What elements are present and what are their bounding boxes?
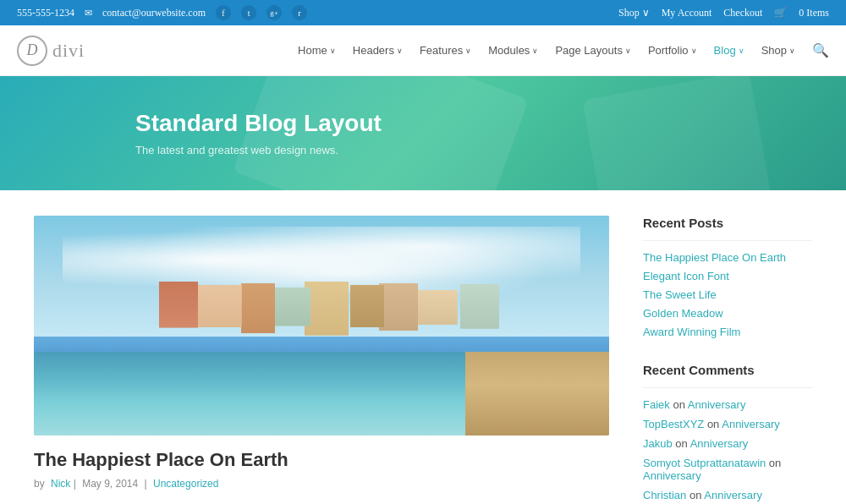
list-item: The Sweet Life [643,288,812,302]
main-container: The Happiest Place On Earth by Nick | Ma… [17,216,829,504]
comment-post-3[interactable]: Anniversary [690,437,749,450]
post-excerpt: Aliquam ut justo adipiscing, commodo lec… [34,500,609,504]
top-bar-left: 555-555-1234 ✉ contact@ourwebsite.com f … [17,5,307,20]
list-item: The Happiest Place On Earth [643,251,812,265]
logo-circle: D [17,36,47,66]
comment-post-5[interactable]: Anniversary [704,489,762,501]
shop-link[interactable]: Shop ∨ [618,7,650,19]
top-bar-right: Shop ∨ My Account Checkout 🛒 0 Items [618,7,829,19]
comment-item-2: TopBestXYZ on Anniversary [643,418,812,430]
facebook-icon[interactable]: f [216,5,231,20]
blog-post: The Happiest Place On Earth by Nick | Ma… [34,216,609,504]
recent-post-link-5[interactable]: Award Winning Film [643,326,740,338]
comment-post-4[interactable]: Anniversary [643,469,701,482]
comment-post-1[interactable]: Anniversary [688,398,746,411]
comment-author-1[interactable]: Faiek [643,398,670,411]
cart-items-link[interactable]: 0 Items [799,7,829,19]
hero-subtitle: The latest and greatest web design news. [135,144,829,156]
hero-title: Standard Blog Layout [135,110,829,137]
twitter-icon[interactable]: t [241,5,256,20]
checkout-link[interactable]: Checkout [723,7,762,19]
cart-icon: 🛒 [774,7,787,19]
recent-posts-section: Recent Posts The Happiest Place On Earth… [643,216,812,339]
comment-item-4: Somyot Sutprattanatawin on Anniversary [643,457,812,482]
recent-post-link-3[interactable]: The Sweet Life [643,288,717,301]
recent-post-link-1[interactable]: The Happiest Place On Earth [643,251,786,264]
nav-home[interactable]: Home ∨ [298,44,336,57]
nav-portfolio[interactable]: Portfolio ∨ [648,44,697,57]
googleplus-icon[interactable]: g+ [266,5,282,20]
image-beach [465,352,609,436]
recent-comments-divider [643,387,812,388]
comment-author-2[interactable]: TopBestXYZ [643,418,704,430]
post-featured-image[interactable] [34,216,609,436]
recent-post-link-4[interactable]: Golden Meadow [643,307,723,320]
email-link[interactable]: contact@ourwebsite.com [102,7,206,19]
post-meta: by Nick | May 9, 2014 | Uncategorized [34,478,609,490]
comment-item-3: Jakub on Anniversary [643,437,812,450]
envelope-icon: ✉ [85,8,92,19]
comment-post-2[interactable]: Anniversary [722,418,780,430]
post-meta-by: by [34,478,45,490]
post-category[interactable]: Uncategorized [153,478,218,490]
recent-posts-title: Recent Posts [643,216,812,230]
logo-letter: D [27,41,38,59]
recent-posts-divider [643,240,812,241]
post-meta-separator1: | [74,478,79,490]
nav-page-layouts[interactable]: Page Layouts ∨ [555,44,631,57]
search-icon[interactable]: 🔍 [812,42,829,58]
site-header: D divi Home ∨ Headers ∨ Features ∨ Modul… [0,25,846,76]
list-item: Golden Meadow [643,307,812,320]
post-date: May 9, 2014 [82,478,138,490]
post-author[interactable]: Nick [51,478,70,490]
comment-author-3[interactable]: Jakub [643,437,673,450]
hero-banner: Standard Blog Layout The latest and grea… [0,76,846,190]
logo-text: divi [52,40,85,62]
phone-number: 555-555-1234 [17,7,74,19]
nav-headers[interactable]: Headers ∨ [353,44,403,57]
list-item: Elegant Icon Font [643,270,812,283]
rss-icon[interactable]: r [292,5,307,20]
post-title[interactable]: The Happiest Place On Earth [34,449,609,471]
sidebar: Recent Posts The Happiest Place On Earth… [643,216,812,504]
blog-content: The Happiest Place On Earth by Nick | Ma… [34,216,609,504]
logo[interactable]: D divi [17,36,85,66]
recent-comments-section: Recent Comments Faiek on Anniversary Top… [643,363,812,501]
image-buildings [91,282,580,359]
top-bar: 555-555-1234 ✉ contact@ourwebsite.com f … [0,0,846,25]
comment-item-1: Faiek on Anniversary [643,398,812,411]
recent-comments-title: Recent Comments [643,363,812,377]
recent-post-link-2[interactable]: Elegant Icon Font [643,270,729,282]
nav-shop[interactable]: Shop ∨ [761,44,795,57]
list-item: Award Winning Film [643,326,812,339]
comment-author-4[interactable]: Somyot Sutprattanatawin [643,457,766,469]
comment-author-5[interactable]: Christian [643,489,686,501]
post-meta-separator2: | [145,478,150,490]
nav-blog[interactable]: Blog ∨ [714,44,744,57]
comment-item-5: Christian on Anniversary [643,489,812,501]
recent-posts-list: The Happiest Place On Earth Elegant Icon… [643,251,812,339]
nav-features[interactable]: Features ∨ [420,44,471,57]
main-nav: Home ∨ Headers ∨ Features ∨ Modules ∨ Pa… [298,42,829,58]
my-account-link[interactable]: My Account [662,7,712,19]
nav-modules[interactable]: Modules ∨ [488,44,538,57]
